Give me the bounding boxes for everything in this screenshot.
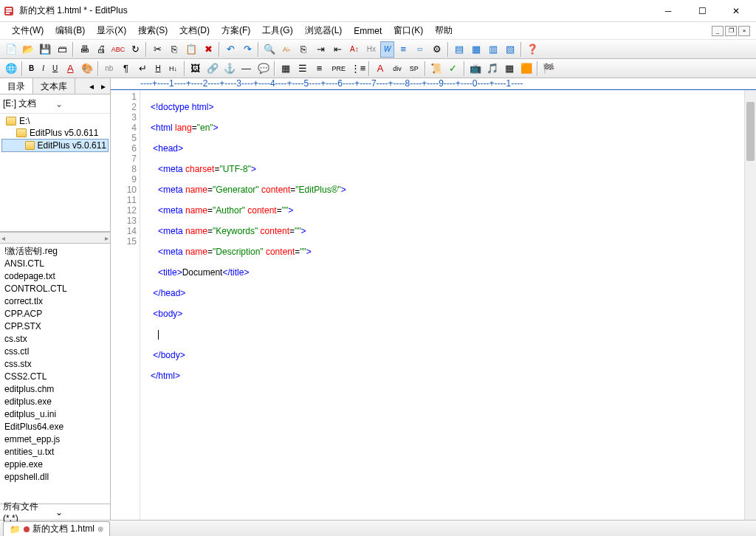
- pre-button[interactable]: PRE: [329, 61, 350, 77]
- window3-icon[interactable]: ▥: [485, 41, 501, 58]
- vertical-scrollbar[interactable]: [744, 90, 756, 520]
- help-icon[interactable]: ❓: [524, 41, 540, 58]
- hr-icon[interactable]: —: [238, 61, 255, 77]
- print-preview-icon[interactable]: 🖨: [93, 41, 109, 58]
- line-number-icon[interactable]: ≡: [395, 41, 411, 58]
- check-icon[interactable]: ✓: [445, 61, 461, 77]
- menu-emmet[interactable]: Emmet: [348, 24, 388, 38]
- palette-icon[interactable]: 🎨: [79, 61, 95, 77]
- file-item[interactable]: entities_u.txt: [3, 446, 107, 458]
- sidebar-next[interactable]: ▸: [98, 80, 109, 93]
- object-icon[interactable]: 🟧: [518, 61, 535, 77]
- embed-icon[interactable]: ▦: [501, 61, 518, 77]
- replace-icon[interactable]: A♭: [278, 41, 295, 58]
- list-icon[interactable]: ⋮≡: [350, 61, 366, 77]
- save-icon[interactable]: 💾: [37, 41, 53, 58]
- span-color-icon[interactable]: A: [372, 61, 388, 77]
- font-color-icon[interactable]: A: [62, 61, 78, 77]
- file-item[interactable]: CSS2.CTL: [3, 371, 107, 383]
- sidebar-tab-cliptext[interactable]: 文本库: [33, 78, 75, 94]
- menu-view[interactable]: 显示(X): [91, 22, 132, 39]
- copy-icon[interactable]: ⎘: [166, 41, 182, 58]
- mdi-minimize[interactable]: _: [712, 26, 724, 36]
- mdi-restore[interactable]: ❐: [725, 26, 737, 36]
- menu-window[interactable]: 窗口(K): [388, 22, 429, 39]
- italic-button[interactable]: I: [38, 61, 48, 77]
- save-all-icon[interactable]: 🗃: [54, 41, 70, 58]
- tree-scrollbar[interactable]: ◂▸: [0, 232, 110, 244]
- file-item[interactable]: CPP.ACP: [3, 308, 107, 320]
- heading-button[interactable]: H: [151, 61, 164, 77]
- menu-file[interactable]: 文件(W): [6, 22, 49, 39]
- video-icon[interactable]: 📺: [467, 61, 484, 77]
- document-tab[interactable]: 📁 新的文档 1.html ⊗: [3, 521, 110, 536]
- paragraph-icon[interactable]: ¶: [117, 61, 134, 77]
- menu-browser[interactable]: 浏览器(L): [299, 22, 348, 39]
- close-tab-icon[interactable]: ⊗: [97, 525, 103, 533]
- minimize-button[interactable]: ─: [651, 0, 685, 22]
- flag-icon[interactable]: 🏁: [540, 61, 557, 77]
- file-item[interactable]: editplus.chm: [3, 383, 107, 396]
- anchor-icon[interactable]: ⚓: [221, 61, 238, 77]
- file-item[interactable]: editplus_u.ini: [3, 408, 107, 421]
- nbsp-button[interactable]: nb: [101, 61, 117, 77]
- find-icon[interactable]: 🔍: [261, 41, 278, 58]
- file-item[interactable]: !激活密钥.reg: [3, 245, 107, 258]
- table-icon[interactable]: ▦: [278, 61, 294, 77]
- menu-search[interactable]: 搜索(S): [132, 22, 173, 39]
- link-icon[interactable]: 🔗: [205, 61, 221, 77]
- file-item[interactable]: EditPlus64.exe: [3, 421, 107, 433]
- mdi-close[interactable]: ×: [738, 26, 750, 36]
- code-text[interactable]: <!doctype html> <html lang="en"> <head> …: [140, 90, 756, 520]
- cut-icon[interactable]: ✂: [149, 41, 165, 58]
- bold-button[interactable]: B: [25, 61, 38, 77]
- menu-edit[interactable]: 编辑(B): [49, 22, 91, 39]
- hx-button[interactable]: Hx: [363, 41, 379, 58]
- tree-item[interactable]: EditPlus v5.0.611: [1, 127, 109, 139]
- delete-icon[interactable]: ✖: [200, 41, 216, 58]
- open-file-icon[interactable]: 📂: [20, 41, 36, 58]
- tree-item[interactable]: E:\: [1, 115, 109, 127]
- file-item[interactable]: correct.tlx: [3, 295, 107, 308]
- heading-list-icon[interactable]: H↓: [165, 61, 182, 77]
- image-icon[interactable]: 🖼: [188, 61, 204, 77]
- new-file-icon[interactable]: 📄: [3, 41, 19, 58]
- file-filter[interactable]: 所有文件 (*.*) ⌄: [0, 504, 110, 520]
- paste-icon[interactable]: 📋: [183, 41, 199, 58]
- code-area[interactable]: 1 2 3 4 5 6 7 8 9 10 11 12 13 14 15 <!do…: [111, 90, 756, 520]
- font-size-icon[interactable]: A↕: [346, 41, 362, 58]
- form-icon[interactable]: ☰: [295, 61, 311, 77]
- file-item[interactable]: ANSI.CTL: [3, 258, 107, 270]
- bookmark-icon[interactable]: ⇥: [312, 41, 329, 58]
- menu-tools[interactable]: 工具(G): [256, 22, 298, 39]
- window1-icon[interactable]: ▤: [451, 41, 467, 58]
- window2-icon[interactable]: ▦: [468, 41, 484, 58]
- menu-document[interactable]: 文档(D): [173, 22, 216, 39]
- settings-icon[interactable]: ⚙: [429, 41, 445, 58]
- window4-icon[interactable]: ▧: [502, 41, 518, 58]
- sp-button[interactable]: SP: [406, 61, 422, 77]
- file-item[interactable]: css.ctl: [3, 346, 107, 358]
- indent-icon[interactable]: ⇤: [329, 41, 346, 58]
- ruler-icon[interactable]: ▭: [412, 41, 428, 58]
- drive-selector[interactable]: [E:] 文档 ⌄: [0, 95, 110, 114]
- file-item[interactable]: eppie.exe: [3, 458, 107, 471]
- file-item[interactable]: eppshell.dll: [3, 471, 107, 484]
- menu-help[interactable]: 帮助: [429, 22, 458, 39]
- maximize-button[interactable]: ☐: [685, 0, 719, 22]
- file-list[interactable]: !激活密钥.reg ANSI.CTL codepage.txt CONTROL.…: [0, 244, 110, 504]
- script-icon[interactable]: 📜: [428, 61, 444, 77]
- underline-button[interactable]: U: [49, 61, 61, 77]
- menu-project[interactable]: 方案(F): [216, 22, 256, 39]
- refresh-icon[interactable]: ↻: [127, 41, 143, 58]
- file-item[interactable]: CPP.STX: [3, 320, 107, 333]
- goto-icon[interactable]: ⎘: [295, 41, 312, 58]
- wrap-button[interactable]: W: [380, 41, 394, 58]
- file-item[interactable]: cs.stx: [3, 333, 107, 346]
- file-item[interactable]: css.stx: [3, 358, 107, 371]
- redo-icon[interactable]: ↷: [239, 41, 255, 58]
- br-icon[interactable]: ↵: [134, 61, 151, 77]
- div-button[interactable]: div: [389, 61, 405, 77]
- file-item[interactable]: codepage.txt: [3, 270, 107, 283]
- sidebar-prev[interactable]: ◂: [86, 80, 97, 93]
